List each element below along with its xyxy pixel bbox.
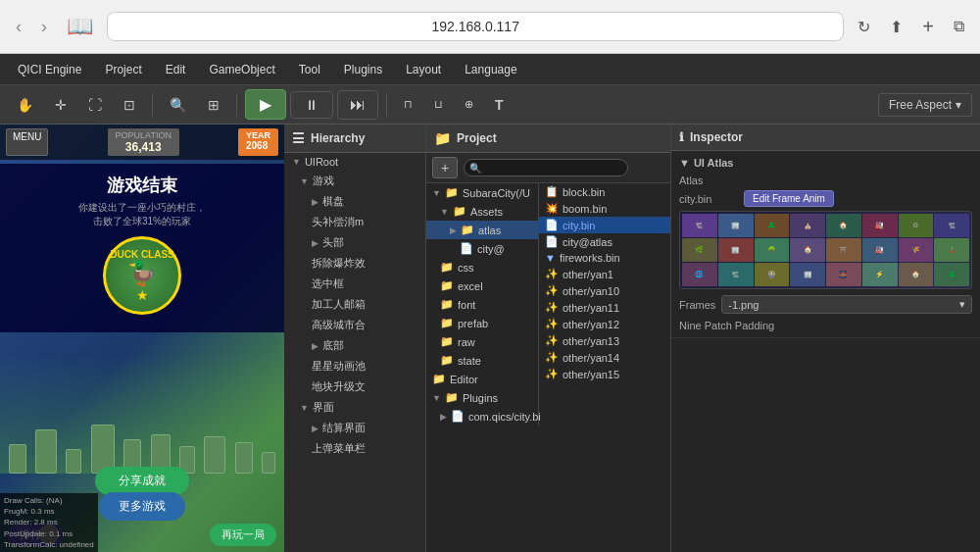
share-achievement-button[interactable]: 分享成就 <box>95 467 189 495</box>
text-tool-button[interactable]: T <box>486 92 513 118</box>
proj-file-fireworks-bin[interactable]: ▼ fireworks.bin <box>539 250 670 266</box>
folder-arrow-icon: ▼ <box>432 393 441 403</box>
proj-file-other-yan11[interactable]: ✨ other/yan11 <box>539 299 670 316</box>
project-panel: 📁 Project + 🔍 ▼ 📁 SubaraCity(/U ▼ 📁 <box>426 125 671 552</box>
proj-file-comqics[interactable]: ▶ 📄 com.qics/city.bi <box>426 407 538 426</box>
rect-tool-button[interactable]: ⊡ <box>115 92 144 118</box>
anchor-tr-button[interactable]: ⊔ <box>425 93 452 116</box>
hierarchy-item-toubu[interactable]: ▶ 头部 <box>284 232 425 253</box>
proj-file-boom-bin[interactable]: 💥 boom.bin <box>539 200 670 217</box>
url-bar[interactable]: 192.168.0.117 <box>107 12 844 41</box>
hierarchy-item-shangtan[interactable]: 上弹菜单栏 <box>284 438 425 459</box>
menu-gameobject[interactable]: GameObject <box>199 59 284 80</box>
item-label: 棋盘 <box>322 194 344 209</box>
more-games-button[interactable]: 更多游戏 <box>99 492 185 521</box>
back-button[interactable]: ‹ <box>10 13 27 41</box>
proj-folder-font[interactable]: 📁 font <box>426 295 538 314</box>
replay-button[interactable]: 再玩一局 <box>210 524 276 546</box>
game-menu-icon[interactable]: MENU <box>6 128 48 156</box>
proj-folder-assets[interactable]: ▼ 📁 Assets <box>426 202 538 221</box>
pause-button[interactable]: ⏸ <box>290 91 333 119</box>
proj-folder-prefab[interactable]: 📁 prefab <box>426 314 538 332</box>
hierarchy-item-dikuai[interactable]: 地块升级文 <box>284 376 425 397</box>
proj-file-city-atlas[interactable]: 📄 city@atlas <box>539 233 670 250</box>
free-aspect-label: Free Aspect <box>889 98 952 112</box>
hierarchy-item-toubuchang[interactable]: 头补偿消m <box>284 212 425 232</box>
atlas-tile: 🌿 <box>682 238 717 262</box>
hierarchy-item-jigong[interactable]: 加工人邮箱 <box>284 294 425 315</box>
hierarchy-item-chaichubaozha[interactable]: 拆除爆炸效 <box>284 253 425 274</box>
proj-file-other-yan13[interactable]: ✨ other/yan13 <box>539 332 670 349</box>
game-city-bg <box>0 356 284 474</box>
hierarchy-item-gaoji[interactable]: 高级城市合 <box>284 315 425 335</box>
debug-line3: Render: 2.8 ms <box>4 517 94 527</box>
hierarchy-item-youxi[interactable]: ▼ 游戏 <box>284 171 425 191</box>
toolbar-separator-2 <box>236 93 237 117</box>
dropdown-arrow-icon: ▾ <box>956 98 961 112</box>
hierarchy-item-jiemian[interactable]: ▼ 界面 <box>284 397 425 418</box>
move-tool-button[interactable]: ✛ <box>46 92 75 118</box>
menu-plugins[interactable]: Plugins <box>334 59 392 80</box>
proj-folder-raw[interactable]: 📁 raw <box>426 332 538 351</box>
proj-file-block-bin[interactable]: 📋 block.bin <box>539 183 670 200</box>
menu-tool[interactable]: Tool <box>289 59 330 80</box>
proj-file-other-yan1[interactable]: ✨ other/yan1 <box>539 266 670 282</box>
edit-frame-anim-button[interactable]: Edit Frame Anim <box>744 190 834 207</box>
hierarchy-item-dibu[interactable]: ▶ 底部 <box>284 335 425 356</box>
add-tab-button[interactable]: + <box>916 12 940 42</box>
hierarchy-item-jiesuan[interactable]: ▶ 结算界面 <box>284 418 425 438</box>
proj-folder-plugins[interactable]: ▼ 📁 Plugins <box>426 388 538 407</box>
proj-file-city-atlas[interactable]: 📄 city@ <box>426 239 538 258</box>
forward-button[interactable]: › <box>35 13 53 41</box>
share-button[interactable]: ⬆ <box>884 14 908 40</box>
proj-file-other-yan10[interactable]: ✨ other/yan10 <box>539 282 670 299</box>
item-label: 选中框 <box>312 276 344 291</box>
proj-file-other-yan12[interactable]: ✨ other/yan12 <box>539 316 670 332</box>
menu-project[interactable]: Project <box>95 59 151 80</box>
atlas-tile: 🌾 <box>899 238 934 262</box>
toolbar-separator-3 <box>386 93 387 117</box>
folder-label: font <box>458 299 475 311</box>
menu-edit[interactable]: Edit <box>156 59 196 80</box>
hierarchy-item-uiroot[interactable]: ▼ UIRoot <box>284 153 425 171</box>
proj-folder-editor[interactable]: 📁 Editor <box>426 370 538 388</box>
anchor-br-button[interactable]: ⊕ <box>456 93 482 116</box>
folder-icon: 📁 <box>440 317 454 329</box>
proj-file-city-bin[interactable]: 📄 city.bin <box>539 217 670 233</box>
reload-button[interactable]: ↻ <box>852 14 876 40</box>
atlas-value-label: city.bin <box>679 193 738 205</box>
project-title: Project <box>457 131 497 145</box>
population-label: POPULATION <box>116 130 172 140</box>
proj-file-other-yan14[interactable]: ✨ other/yan14 <box>539 349 670 366</box>
item-label: 结算界面 <box>322 421 366 435</box>
project-add-button[interactable]: + <box>432 157 458 178</box>
tabs-button[interactable]: ⧉ <box>948 14 970 39</box>
zoom-tool-button[interactable]: 🔍 <box>161 92 195 118</box>
menu-layout[interactable]: Layout <box>396 59 451 80</box>
inspector-panel: ℹ Inspector ▼ UI Atlas Atlas city.bin Ed… <box>671 125 980 552</box>
hierarchy-item-xingxing[interactable]: 星星动画池 <box>284 356 425 376</box>
proj-folder-atlas[interactable]: ▶ 📁 atlas <box>426 221 538 239</box>
proj-folder-css[interactable]: 📁 css <box>426 258 538 276</box>
project-search-input[interactable] <box>464 159 628 176</box>
menu-language[interactable]: Language <box>455 59 526 80</box>
proj-file-other-yan15[interactable]: ✨ other/yan15 <box>539 366 670 382</box>
scale-tool-button[interactable]: ⛶ <box>79 92 111 118</box>
frames-dropdown[interactable]: -1.png ▾ <box>721 295 972 314</box>
debug-line1: Draw Calls: (NA) <box>4 495 94 506</box>
hierarchy-item-qipan[interactable]: ▶ 棋盘 <box>284 191 425 212</box>
menu-qici-engine[interactable]: QICI Engine <box>8 59 91 80</box>
grid-tool-button[interactable]: ⊞ <box>199 92 228 118</box>
anchor-tl-button[interactable]: ⊓ <box>395 93 421 116</box>
play-button[interactable]: ▶ <box>245 89 286 120</box>
proj-folder-subaracity[interactable]: ▼ 📁 SubaraCity(/U <box>426 183 538 202</box>
proj-folder-state[interactable]: 📁 state <box>426 351 538 370</box>
hierarchy-panel: ☰ Hierarchy ▼ UIRoot ▼ 游戏 ▶ 棋盘 头补偿消m ▶ 头… <box>284 125 426 552</box>
item-label: 高级城市合 <box>312 318 366 332</box>
year-label: YEAR <box>246 130 270 140</box>
step-button[interactable]: ⏭ <box>337 90 378 120</box>
hierarchy-item-xuanzhongkuang[interactable]: 选中框 <box>284 274 425 294</box>
hand-tool-button[interactable]: ✋ <box>8 92 42 118</box>
proj-folder-excel[interactable]: 📁 excel <box>426 276 538 295</box>
free-aspect-dropdown[interactable]: Free Aspect ▾ <box>878 93 972 117</box>
